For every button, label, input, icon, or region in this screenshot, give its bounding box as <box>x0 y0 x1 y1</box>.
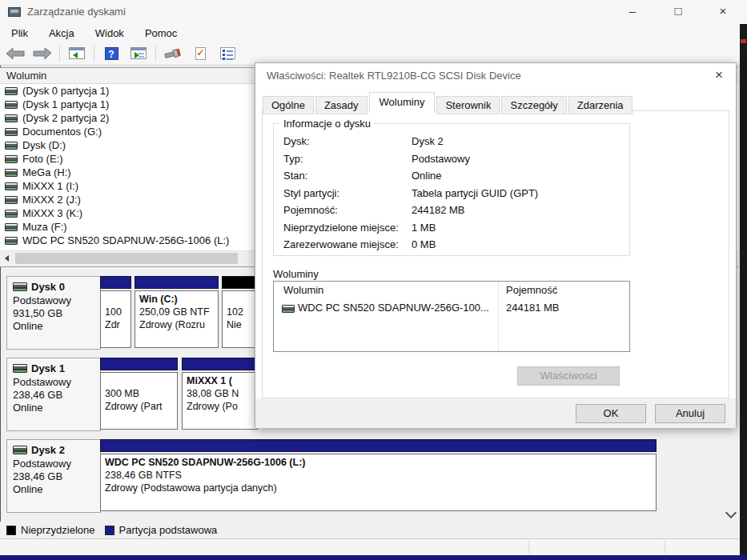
scroll-left-icon[interactable] <box>0 251 14 266</box>
column-header-capacity[interactable]: Pojemność <box>506 284 557 296</box>
disk-name: Dysk 1 <box>31 362 65 374</box>
toolbar-separator <box>94 46 94 62</box>
rescan-disks-icon[interactable] <box>163 44 183 63</box>
check-disk-icon[interactable]: ✓ <box>190 44 211 63</box>
show-action-pane-icon[interactable] <box>128 44 149 63</box>
dialog-title: Właściwości: Realtek RTL9210B-CG SCSI Di… <box>267 70 521 82</box>
legend-swatch <box>6 526 16 535</box>
info-value: Online <box>412 170 442 182</box>
info-value: 244182 MB <box>412 204 465 216</box>
disk-status: Online <box>13 320 94 333</box>
info-label: Nieprzydzielone miejsce: <box>283 222 399 234</box>
tab-woluminy[interactable]: Woluminy <box>369 92 436 113</box>
partition-cell[interactable]: 100Zdr <box>100 276 131 350</box>
close-button[interactable]: × <box>705 0 741 24</box>
partition-detail: 100 <box>105 306 127 318</box>
disk-header[interactable]: Dysk 2Podstawowy238,46 GBOnline <box>6 439 101 513</box>
scrollbar-thumb[interactable] <box>15 253 238 264</box>
disk-type: Podstawowy <box>13 294 94 307</box>
disk-management-window: Zarządzanie dyskami – □ × PlikAkcjaWidok… <box>0 0 747 560</box>
window-bottom-edge <box>0 555 747 560</box>
volume-icon <box>5 128 18 136</box>
partition-detail: Zdrowy (Po <box>187 400 253 413</box>
info-row: Nieprzydzielone miejsce:1 MB <box>274 222 629 236</box>
app-icon <box>8 7 21 17</box>
tab-zdarzenia[interactable]: Zdarzenia <box>568 96 633 114</box>
desktop-strip <box>740 24 747 555</box>
disk-icon <box>13 282 27 291</box>
info-value: Tabela partycji GUID (GPT) <box>412 187 538 199</box>
volume-icon <box>5 196 18 204</box>
tab-ogólne[interactable]: Ogólne <box>263 96 314 114</box>
dialog-footer: OK Anuluj <box>255 398 736 428</box>
info-row: Typ:Podstawowy <box>274 153 629 167</box>
menu-item-akcja[interactable]: Akcja <box>46 26 78 41</box>
partition-body: 300 MBZdrowy (Part <box>100 372 178 430</box>
column-header-volume[interactable]: Wolumin <box>283 284 323 296</box>
volume-icon <box>5 155 18 163</box>
volume-label: Foto (E:) <box>22 153 63 165</box>
show-console-tree-icon[interactable] <box>66 44 87 63</box>
dialog-tabs: OgólneZasadyWoluminySterownikSzczegółyZd… <box>263 92 634 113</box>
volume-row[interactable]: WDC PC SN520 SDAPNUW-256G-100... 244181 … <box>274 301 629 316</box>
partition-cell[interactable]: Win (C:)250,09 GB NTFZdrowy (Rozru <box>135 276 219 350</box>
dialog-volume-list: Wolumin Pojemność WDC PC SN520 SDAPNUW-2… <box>273 281 630 352</box>
forward-icon[interactable] <box>32 44 53 63</box>
partition-cell[interactable]: 300 MBZdrowy (Part <box>100 358 178 431</box>
disk-name: Dysk 2 <box>31 444 65 456</box>
info-value: 1 MB <box>412 222 436 234</box>
info-label: Pojemność: <box>283 204 338 216</box>
partition-label <box>105 374 173 387</box>
info-row: Styl partycji:Tabela partycji GUID (GPT) <box>274 187 629 202</box>
minimize-button[interactable]: – <box>614 0 651 24</box>
volume-capacity: 244181 MB <box>506 302 560 314</box>
toolbar-separator <box>155 46 156 62</box>
volume-label: MiXXX 1 (I:) <box>22 180 78 192</box>
legend-item: Nieprzydzielone <box>6 524 95 536</box>
volume-label: MiXXX 2 (J:) <box>22 194 81 206</box>
volume-label: Documentos (G:) <box>22 126 102 138</box>
menubar: PlikAkcjaWidokPomoc <box>0 24 740 42</box>
volume-label: Muza (F:) <box>22 221 67 233</box>
ok-button[interactable]: OK <box>576 404 646 423</box>
info-row: Stan:Online <box>274 170 629 184</box>
desktop-fragment <box>741 39 746 43</box>
disk-status: Online <box>13 483 94 496</box>
properties-dialog: Właściwości: Realtek RTL9210B-CG SCSI Di… <box>255 62 737 428</box>
partition-label: Win (C:) <box>139 293 214 306</box>
menu-item-plik[interactable]: Plik <box>8 26 31 41</box>
info-value: Dysk 2 <box>412 135 444 147</box>
partition-label <box>105 293 127 306</box>
properties-icon[interactable] <box>217 44 238 63</box>
tab-sterownik[interactable]: Sterownik <box>436 96 500 114</box>
back-icon[interactable] <box>5 44 26 63</box>
info-value: 0 MB <box>412 238 436 250</box>
partition-cell[interactable]: WDC PC SN520 SDAPNUW-256G-1006 (L:)238,4… <box>100 439 657 513</box>
volume-label: MeGa (H:) <box>22 166 71 178</box>
tab-szczegóły[interactable]: Szczegóły <box>501 96 566 114</box>
disk-header[interactable]: Dysk 1Podstawowy238,46 GBOnline <box>6 358 101 431</box>
disk-status: Online <box>13 402 94 414</box>
dialog-close-icon[interactable]: × <box>707 65 731 86</box>
volume-name: WDC PC SN520 SDAPNUW-256G-100... <box>298 302 489 314</box>
info-row: Pojemność:244182 MB <box>274 204 629 218</box>
disk-info-groupbox: Informacje o dysku Dysk:Dysk 2Typ:Podsta… <box>273 123 630 256</box>
statusbar-divider <box>528 541 529 554</box>
partition-body: MiXXX 1 (38,08 GB NZdrowy (Po <box>182 372 258 430</box>
disk-type: Podstawowy <box>13 458 94 470</box>
legend-label: Nieprzydzielone <box>21 524 95 536</box>
disk-header[interactable]: Dysk 0Podstawowy931,50 GBOnline <box>6 276 101 350</box>
help-icon[interactable]: ? <box>101 44 122 63</box>
menu-item-pomoc[interactable]: Pomoc <box>142 26 180 41</box>
partition-status-bar <box>182 358 258 370</box>
column-divider <box>498 282 499 351</box>
menu-item-widok[interactable]: Widok <box>92 26 127 41</box>
maximize-button[interactable]: □ <box>660 0 697 24</box>
partition-cell[interactable]: MiXXX 1 (38,08 GB NZdrowy (Po <box>182 358 258 431</box>
tab-zasady[interactable]: Zasady <box>315 96 367 114</box>
partition-detail: 38,08 GB N <box>187 387 253 400</box>
statusbar-divider <box>665 541 665 554</box>
cancel-button[interactable]: Anuluj <box>655 404 725 423</box>
volume-properties-button[interactable]: Właściwości <box>517 366 620 386</box>
groupbox-legend: Informacje o dysku <box>280 118 374 130</box>
